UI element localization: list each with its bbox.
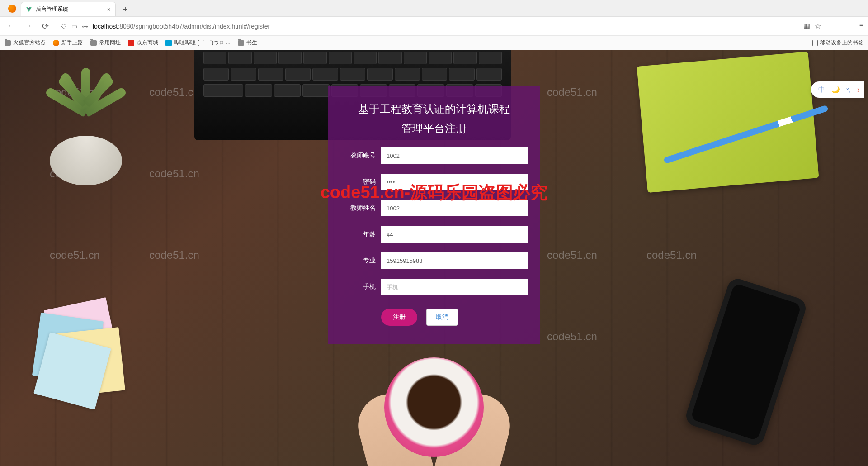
page-content: code51.cn code51.cn code51.cn code51.cn …: [0, 50, 868, 466]
teacher-account-input[interactable]: [381, 147, 528, 164]
register-button[interactable]: 注册: [381, 309, 417, 326]
phone-input[interactable]: [381, 279, 528, 295]
page-info-icon: ▭: [71, 23, 77, 30]
bookmark-common[interactable]: 常用网址: [90, 39, 121, 47]
bookmark-bar: 火狐官方站点 新手上路 常用网址 京东商城 哔哩哔哩 (゜-゜)つロ ... 书…: [0, 35, 868, 50]
major-label: 专业: [340, 257, 381, 265]
star-icon[interactable]: ☆: [815, 22, 821, 30]
url-field[interactable]: 🛡 ▭ ⊶ localhost:8080/springboot5h4b7/adm…: [56, 23, 799, 30]
folder-icon: [90, 40, 97, 46]
password-input[interactable]: [381, 174, 528, 190]
back-button[interactable]: ←: [5, 20, 17, 33]
bookmark-jd[interactable]: 京东商城: [128, 39, 158, 47]
tab-bar: 后台管理系统 × +: [0, 0, 868, 16]
jd-icon: [128, 40, 134, 46]
bookmark-firefox[interactable]: 火狐官方站点: [5, 39, 46, 47]
bookmark-newbie[interactable]: 新手上路: [53, 39, 83, 47]
url-path: :8080/springboot5h4b7/admin/dist/index.h…: [118, 23, 270, 30]
ime-toolbar[interactable]: 中 🌙 °, ›: [811, 81, 864, 98]
extensions-icon[interactable]: ⬚: [848, 22, 855, 30]
password-label: 密码: [340, 178, 381, 186]
cancel-button[interactable]: 取消: [426, 309, 458, 326]
browser-chrome: 后台管理系统 × + ← → ⟳ 🛡 ▭ ⊶ localhost:8080/sp…: [0, 0, 868, 50]
register-card: 基于工程教育认证的计算机课程 管理平台注册 教师账号 密码 教师姓名 年龄 专业…: [328, 86, 540, 344]
bookmark-mobile[interactable]: 移动设备上的书签: [812, 39, 863, 47]
shield-icon: 🛡: [61, 23, 67, 30]
plant-decoration: [27, 68, 145, 185]
firefox-logo-icon: [8, 5, 16, 13]
browser-tab[interactable]: 后台管理系统 ×: [21, 2, 116, 16]
ime-punct-icon[interactable]: °,: [846, 86, 851, 94]
url-host: localhost: [93, 23, 118, 30]
moon-icon[interactable]: 🌙: [831, 86, 840, 94]
firefox-icon: [53, 40, 59, 46]
reload-button[interactable]: ⟳: [39, 20, 52, 33]
folder-icon: [5, 40, 11, 46]
age-label: 年龄: [340, 230, 381, 238]
bilibili-icon: [165, 40, 172, 46]
forward-button[interactable]: →: [22, 20, 34, 33]
ime-expand-icon[interactable]: ›: [857, 85, 860, 95]
url-bar: ← → ⟳ 🛡 ▭ ⊶ localhost:8080/springboot5h4…: [0, 16, 868, 35]
new-tab-button[interactable]: +: [119, 3, 132, 16]
ime-lang[interactable]: 中: [818, 86, 825, 94]
bookmark-bilibili[interactable]: 哔哩哔哩 (゜-゜)つロ ...: [165, 39, 231, 47]
teacher-name-input[interactable]: [381, 200, 528, 216]
folder-icon: [238, 40, 244, 46]
mobile-icon: [812, 40, 818, 46]
menu-icon[interactable]: ≡: [859, 22, 863, 30]
vue-icon: [26, 6, 32, 13]
bookmark-shusheng[interactable]: 书生: [238, 39, 257, 47]
qr-icon[interactable]: ▦: [803, 22, 810, 30]
coffee-decoration: [353, 339, 515, 466]
tab-title: 后台管理系统: [36, 5, 104, 13]
phone-label: 手机: [340, 283, 381, 291]
age-input[interactable]: [381, 226, 528, 243]
teacher-account-label: 教师账号: [340, 152, 381, 160]
card-title: 基于工程教育认证的计算机课程 管理平台注册: [340, 100, 528, 138]
connection-icon: ⊶: [82, 23, 88, 30]
sticky-notes-decoration: [32, 303, 140, 403]
tab-close-icon[interactable]: ×: [107, 6, 111, 13]
teacher-name-label: 教师姓名: [340, 204, 381, 212]
major-input[interactable]: [381, 252, 528, 269]
